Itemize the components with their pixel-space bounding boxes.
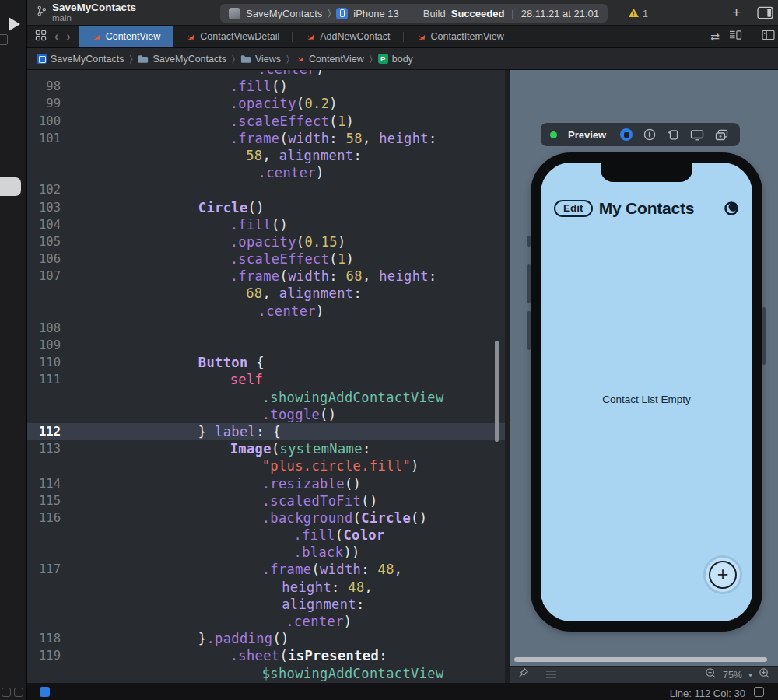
preview-horizontal-scrollbar[interactable]: [514, 657, 767, 662]
line-number: 101: [27, 130, 71, 147]
line-number: [27, 544, 71, 561]
code-line[interactable]: 116.background(Circle(): [27, 509, 505, 527]
code-line[interactable]: 119.sheet(isPresented:: [27, 647, 505, 664]
breadcrumb-label: SaveMyContacts: [51, 54, 124, 65]
window-left-strip: [0, 0, 27, 700]
forward-chevron-icon[interactable]: ›: [66, 30, 70, 43]
code-line[interactable]: alignment:: [27, 596, 505, 613]
breadcrumb-item-savemycontacts[interactable]: SaveMyContacts: [138, 54, 226, 65]
code-line[interactable]: .center): [27, 164, 505, 181]
code-line[interactable]: .showingAddContactView: [27, 389, 505, 406]
zoom-out-icon[interactable]: [705, 667, 717, 682]
code-line[interactable]: height: 48,: [27, 579, 505, 596]
breadcrumb-item-views[interactable]: Views: [240, 54, 281, 65]
pin-preview-icon[interactable]: [517, 667, 529, 682]
tab-contactitemview[interactable]: ContactItemView: [404, 26, 517, 47]
scheme-destination[interactable]: iPhone 13: [353, 8, 399, 19]
code-text: .scaledToFit(): [71, 492, 378, 509]
code-line[interactable]: 99.opacity(0.2): [27, 95, 505, 112]
code-line[interactable]: 101.frame(width: 58, height:: [27, 130, 505, 147]
tab-contactviewdetail[interactable]: ContactViewDetail: [173, 26, 292, 47]
code-content[interactable]: .center)98.fill()99.opacity(0.2)100.scal…: [27, 70, 505, 682]
zoom-in-icon[interactable]: [759, 667, 770, 682]
preview-variants-icon[interactable]: [643, 128, 656, 141]
zoom-level[interactable]: 75%: [723, 670, 742, 681]
live-preview-button[interactable]: [620, 128, 633, 141]
code-line[interactable]: 118}.padding(): [27, 630, 505, 647]
code-line[interactable]: 106.scaleEffect(1): [27, 250, 505, 268]
editor-scrollbar[interactable]: [495, 341, 499, 442]
editor-options-icon[interactable]: [729, 30, 742, 44]
code-line[interactable]: 103Circle(): [27, 199, 505, 216]
line-number: 99: [27, 95, 71, 112]
document-icon: [0, 34, 8, 45]
line-number: 109: [27, 337, 71, 354]
code-line[interactable]: 117.frame(width: 48,: [27, 561, 505, 578]
code-line[interactable]: 114.resizable(): [27, 475, 505, 492]
tab-addnewcontact[interactable]: AddNewContact: [293, 26, 402, 47]
inspector-panel-icon[interactable]: [757, 6, 773, 23]
zoom-chevron-down-icon[interactable]: ▾: [748, 670, 752, 679]
debug-status-bar: Line: 112 Col: 30: [27, 683, 778, 700]
code-line-current[interactable]: 112} label: {: [27, 423, 505, 440]
duplicate-preview-icon[interactable]: [715, 129, 728, 141]
preview-list-icon[interactable]: [546, 671, 556, 679]
line-number: 119: [27, 647, 71, 664]
code-line[interactable]: 68, alignment:: [27, 285, 505, 302]
breadcrumb-label: Views: [255, 54, 281, 65]
breadcrumb-chevron-icon: 〉: [129, 54, 132, 65]
code-editor[interactable]: .center)98.fill()99.opacity(0.2)100.scal…: [27, 70, 510, 683]
code-line[interactable]: 107.frame(width: 68, height:: [27, 268, 505, 285]
breadcrumb-item-body[interactable]: Pbody: [378, 54, 413, 65]
play-icon[interactable]: [9, 17, 20, 31]
code-text: }.padding(): [71, 630, 289, 647]
line-number: [27, 303, 71, 320]
code-line[interactable]: .toggle(): [27, 406, 505, 423]
code-line[interactable]: .center): [27, 303, 505, 320]
swap-arrows-icon[interactable]: ⇄: [710, 30, 720, 43]
code-text: 58, alignment:: [71, 147, 362, 164]
line-number: 100: [27, 113, 71, 130]
console-filter-icon[interactable]: [40, 687, 50, 697]
code-line[interactable]: 104.fill(): [27, 216, 505, 233]
line-number: [27, 70, 71, 78]
code-text: .frame(width: 68, height:: [71, 268, 437, 285]
code-line[interactable]: 105.opacity(0.15): [27, 233, 505, 250]
code-line[interactable]: "plus.circle.fill"): [27, 457, 505, 474]
volume-down-button: [527, 311, 531, 350]
dark-mode-moon-icon[interactable]: [724, 201, 739, 216]
breadcrumb-item-savemycontacts[interactable]: SaveMyContacts: [37, 54, 124, 65]
back-chevron-icon[interactable]: ‹: [54, 30, 58, 43]
code-line[interactable]: 110Button {: [27, 354, 505, 371]
code-line[interactable]: 100.scaleEffect(1): [27, 113, 505, 130]
warnings-indicator[interactable]: 1: [628, 7, 648, 21]
code-line[interactable]: 109: [27, 337, 505, 354]
code-line[interactable]: .center): [27, 70, 505, 78]
code-line[interactable]: .center): [27, 613, 505, 630]
breadcrumb-item-contentview[interactable]: ContentView: [295, 54, 364, 65]
code-text: .background(Circle(): [71, 509, 427, 527]
code-line[interactable]: 111self: [27, 371, 505, 388]
code-line[interactable]: 113Image(systemName:: [27, 440, 505, 457]
code-line[interactable]: 98.fill(): [27, 78, 505, 95]
tab-contentview[interactable]: ContentView: [79, 26, 173, 47]
add-contact-button[interactable]: +: [706, 558, 740, 592]
scheme-selector[interactable]: SaveMyContacts 〉 iPhone 13 Build Succeed…: [220, 4, 608, 23]
code-line[interactable]: .black)): [27, 544, 505, 561]
rotate-device-icon[interactable]: [667, 128, 679, 141]
code-line[interactable]: 58, alignment:: [27, 147, 505, 164]
code-line[interactable]: 102: [27, 181, 505, 198]
code-line[interactable]: 108: [27, 320, 505, 337]
swift-file-icon: [416, 32, 426, 42]
add-editor-icon[interactable]: [762, 30, 775, 44]
add-button[interactable]: +: [732, 5, 741, 19]
code-line[interactable]: $showingAddContactView: [27, 665, 505, 682]
collapsed-tab-handle[interactable]: [0, 177, 21, 196]
code-line[interactable]: .fill(Color: [27, 527, 505, 544]
line-number: 116: [27, 509, 71, 527]
device-display-icon[interactable]: [690, 129, 704, 141]
build-time: 28.11.21 at 21:01: [521, 8, 599, 19]
code-line[interactable]: 115.scaledToFit(): [27, 492, 505, 509]
grid-icon[interactable]: [35, 30, 47, 44]
scheme-app-name[interactable]: SaveMyContacts: [246, 8, 322, 19]
